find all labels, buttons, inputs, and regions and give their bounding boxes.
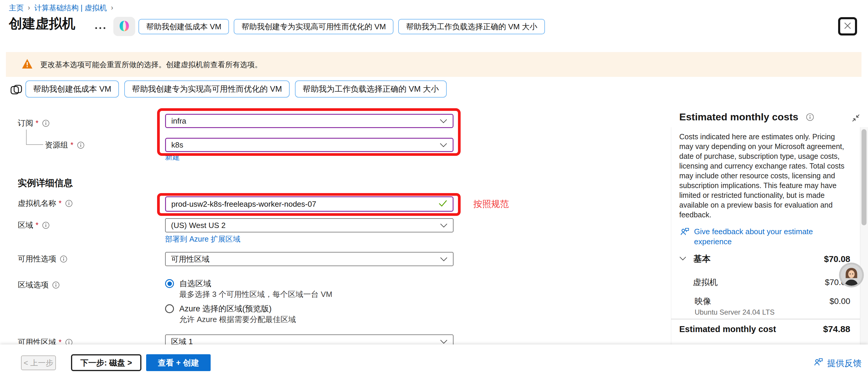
cost-panel-title: Estimated monthly costs xyxy=(679,111,814,123)
info-icon[interactable] xyxy=(806,113,814,121)
cost-item-vm: 虚拟机 $70.08 xyxy=(693,277,850,288)
chevron-down-icon xyxy=(440,221,447,230)
vm-name-input[interactable] xyxy=(171,200,438,209)
info-icon[interactable] xyxy=(77,141,85,149)
cost-item-image: 映像 $0.00 xyxy=(695,296,850,307)
availability-options-select[interactable]: 可用性区域 xyxy=(165,252,454,266)
info-icon[interactable] xyxy=(60,255,67,263)
subscription-label: 订阅 * xyxy=(18,118,50,128)
breadcrumb-section[interactable]: 计算基础结构 | 虚拟机 xyxy=(34,3,107,13)
radio-unselected-icon xyxy=(165,304,174,313)
more-menu-icon[interactable] xyxy=(95,27,105,29)
review-create-button[interactable]: 查看 + 创建 xyxy=(146,354,211,371)
copilot-icon xyxy=(118,20,131,34)
create-vm-page: 主页 › 计算基础结构 | 虚拟机 › 创建虚拟机 帮助我创建低成本 VM 帮助… xyxy=(0,0,868,385)
resource-group-label: 资源组 * xyxy=(45,140,85,150)
resource-group-select[interactable]: k8s xyxy=(165,138,454,152)
feedback-icon xyxy=(813,357,824,370)
info-icon[interactable] xyxy=(65,200,73,207)
info-icon[interactable] xyxy=(52,281,60,289)
breadcrumb-home[interactable]: 主页 xyxy=(9,3,24,13)
copilot-button[interactable] xyxy=(113,17,135,36)
create-new-resource-group-link[interactable]: 新建 xyxy=(165,152,180,162)
region-select[interactable]: (US) West US 2 xyxy=(165,218,454,232)
valid-check-icon xyxy=(438,200,447,208)
page-title: 创建虚拟机 xyxy=(9,15,75,33)
avatar[interactable] xyxy=(839,263,864,287)
close-button[interactable] xyxy=(838,17,857,35)
assist-low-cost-button[interactable]: 帮助我创建低成本 VM xyxy=(26,81,119,98)
copilot-suggestions-top: 帮助我创建低成本 VM 帮助我创建专为实现高可用性而优化的 VM 帮助我为工作负… xyxy=(138,19,545,34)
warning-icon xyxy=(21,58,33,71)
give-feedback-link[interactable]: 提供反馈 xyxy=(813,357,862,370)
deploy-extended-zone-link[interactable]: 部署到 Azure 扩展区域 xyxy=(165,234,240,244)
copilot-outline-icon xyxy=(9,83,24,99)
next-disks-button[interactable]: 下一步: 磁盘 > xyxy=(71,354,142,371)
warning-banner: 更改基本选项可能会重置所做的选择。创建虚拟机前查看所有选项。 xyxy=(6,52,862,77)
zone-option-azure-select-radio[interactable]: Azure 选择的区域(预览版) xyxy=(165,303,272,314)
vm-name-field xyxy=(165,196,454,212)
assist-high-availability-button[interactable]: 帮助我创建专为实现高可用性而优化的 VM xyxy=(124,81,290,98)
vm-name-label: 虚拟机名称 * xyxy=(18,198,73,208)
zone-option-description: 允许 Azure 根据需要分配最佳区域 xyxy=(179,314,296,325)
scrollbar-thumb[interactable] xyxy=(862,129,867,225)
tree-connector xyxy=(26,130,27,145)
cost-group-basic[interactable]: 基本 $70.08 xyxy=(679,253,850,265)
divider xyxy=(671,319,860,319)
region-label: 区域 * xyxy=(18,220,50,230)
collapse-panel-icon[interactable] xyxy=(851,114,860,124)
cost-panel-description: Costs indicated here are estimates only.… xyxy=(679,132,847,220)
panel-divider xyxy=(671,127,671,345)
subscription-select[interactable]: infra xyxy=(165,114,454,128)
assist-vm-size-button[interactable]: 帮助我为工作负载选择正确的 VM 大小 xyxy=(398,19,545,34)
chevron-down-icon xyxy=(440,140,447,150)
warning-text: 更改基本选项可能会重置所做的选择。创建虚拟机前查看所有选项。 xyxy=(40,60,262,69)
close-icon xyxy=(842,21,852,32)
copilot-suggestions-row: 帮助我创建低成本 VM 帮助我创建专为实现高可用性而优化的 VM 帮助我为工作负… xyxy=(26,81,447,98)
assist-low-cost-button[interactable]: 帮助我创建低成本 VM xyxy=(138,19,229,34)
chevron-down-icon xyxy=(440,117,447,126)
info-icon[interactable] xyxy=(42,222,50,229)
zone-option-self-select-radio[interactable]: 自选区域 xyxy=(165,278,211,289)
chevron-down-icon xyxy=(679,256,686,262)
assist-vm-size-button[interactable]: 帮助我为工作负载选择正确的 VM 大小 xyxy=(295,81,447,98)
radio-selected-icon xyxy=(165,279,174,288)
cost-item-image-detail: Ubuntu Server 24.04 LTS xyxy=(695,308,775,316)
breadcrumb: 主页 › 计算基础结构 | 虚拟机 › xyxy=(9,3,113,13)
chevron-down-icon xyxy=(440,255,447,264)
footer-bar: < 上一步 下一步: 磁盘 > 查看 + 创建 提供反馈 xyxy=(0,345,868,385)
estimate-feedback-link[interactable]: Give feedback about your estimate experi… xyxy=(679,226,844,247)
info-icon[interactable] xyxy=(42,120,50,127)
instance-details-heading: 实例详细信息 xyxy=(18,177,73,189)
zone-options-label: 区域选项 xyxy=(18,280,60,290)
zone-option-description: 最多选择 3 个可用性区域，每个区域一台 VM xyxy=(179,289,332,299)
annotation-text: 按照规范 xyxy=(473,198,509,210)
previous-button: < 上一步 xyxy=(21,355,56,370)
feedback-icon xyxy=(679,226,690,247)
assist-high-availability-button[interactable]: 帮助我创建专为实现高可用性而优化的 VM xyxy=(234,19,394,34)
availability-options-label: 可用性选项 xyxy=(18,254,67,264)
cost-total-row: Estimated monthly cost $74.88 xyxy=(679,324,850,334)
tree-connector xyxy=(26,144,43,145)
breadcrumb-separator: › xyxy=(28,4,30,12)
breadcrumb-separator: › xyxy=(111,4,113,12)
